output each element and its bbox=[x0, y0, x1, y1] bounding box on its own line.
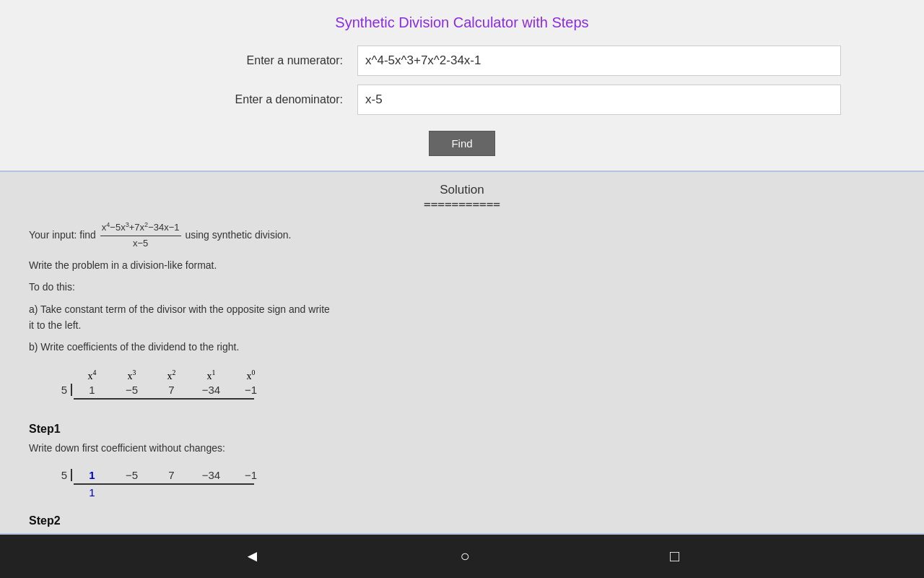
exp-3: x3 bbox=[112, 368, 152, 382]
step1-label: Step1 bbox=[29, 423, 895, 436]
coeff-4: −34 bbox=[191, 384, 231, 396]
exp-4: x4 bbox=[72, 368, 112, 382]
step-b-text: b) Write coefficients of the dividend to… bbox=[29, 339, 895, 355]
synth-data-row: 5 1 −5 7 −34 −1 bbox=[51, 384, 271, 396]
step-a-line1: a) Take constant term of the divisor wit… bbox=[29, 303, 330, 315]
synthetic-table-2: 5 1 −5 7 −34 −1 1 bbox=[51, 469, 271, 499]
step1-coeff-1: 1 bbox=[72, 469, 112, 481]
recent-button[interactable]: □ bbox=[655, 541, 694, 571]
denominator-row: Enter a denominator: bbox=[83, 85, 841, 115]
exp-1: x1 bbox=[191, 368, 231, 382]
step1-cells: 1 −5 7 −34 −1 bbox=[72, 469, 271, 481]
numerator-label: Enter a numerator: bbox=[83, 54, 357, 67]
denominator-input[interactable] bbox=[357, 85, 841, 115]
bottom-nav: ◄ ○ □ bbox=[0, 535, 924, 578]
synthetic-table-1: x4 x3 x2 x1 x0 5 1 −5 7 −34 −1 bbox=[51, 368, 271, 407]
app-title: Synthetic Division Calculator with Steps bbox=[335, 14, 588, 31]
denominator-label: Enter a denominator: bbox=[83, 93, 357, 106]
fraction: x4−5x3+7x2−34x−1 x−5 bbox=[100, 220, 181, 251]
step1-coeff-4: −34 bbox=[191, 469, 231, 481]
step1-desc: Write down first coefficient without cha… bbox=[29, 440, 895, 456]
intro-prefix: Your input: find bbox=[29, 229, 99, 241]
fraction-denominator: x−5 bbox=[131, 236, 149, 251]
to-do-this-text: To do this: bbox=[29, 279, 895, 295]
fraction-numerator: x4−5x3+7x2−34x−1 bbox=[100, 220, 181, 236]
step1-result-row: 1 bbox=[72, 486, 271, 499]
solution-section: Solution =========== Your input: find x4… bbox=[0, 171, 924, 535]
write-problem-text: Write the problem in a division-like for… bbox=[29, 257, 895, 273]
coeff-1: 1 bbox=[72, 384, 112, 396]
step1-divisor: 5 bbox=[51, 469, 72, 481]
back-button[interactable]: ◄ bbox=[230, 541, 275, 571]
step1-coeff-3: 7 bbox=[152, 469, 191, 481]
coeff-5: −1 bbox=[231, 384, 271, 396]
numerator-input[interactable] bbox=[357, 46, 841, 76]
intro-suffix: using synthetic division. bbox=[185, 229, 291, 241]
numerator-row: Enter a numerator: bbox=[83, 46, 841, 76]
top-section: Synthetic Division Calculator with Steps… bbox=[0, 0, 924, 171]
coeff-2: −5 bbox=[112, 384, 152, 396]
find-button[interactable]: Find bbox=[429, 131, 494, 156]
coeff-3: 7 bbox=[152, 384, 191, 396]
home-button[interactable]: ○ bbox=[446, 541, 484, 571]
step-a-line2: it to the left. bbox=[29, 319, 81, 331]
step1-result-1: 1 bbox=[72, 486, 112, 499]
step2-label: Step2 bbox=[29, 514, 895, 527]
synth-cells: 1 −5 7 −34 −1 bbox=[72, 384, 271, 396]
synth-header: x4 x3 x2 x1 x0 bbox=[72, 368, 271, 382]
solution-title: Solution bbox=[29, 183, 895, 197]
synth-step1-row: 5 1 −5 7 −34 −1 bbox=[51, 469, 271, 481]
step-a-text: a) Take constant term of the divisor wit… bbox=[29, 301, 895, 334]
intro-text: Your input: find x4−5x3+7x2−34x−1 x−5 us… bbox=[29, 220, 895, 251]
solution-divider: =========== bbox=[29, 197, 895, 211]
synth-divisor: 5 bbox=[51, 384, 72, 396]
exp-2: x2 bbox=[152, 368, 191, 382]
exp-0: x0 bbox=[231, 368, 271, 382]
step1-coeff-2: −5 bbox=[112, 469, 152, 481]
step1-coeff-5: −1 bbox=[231, 469, 271, 481]
